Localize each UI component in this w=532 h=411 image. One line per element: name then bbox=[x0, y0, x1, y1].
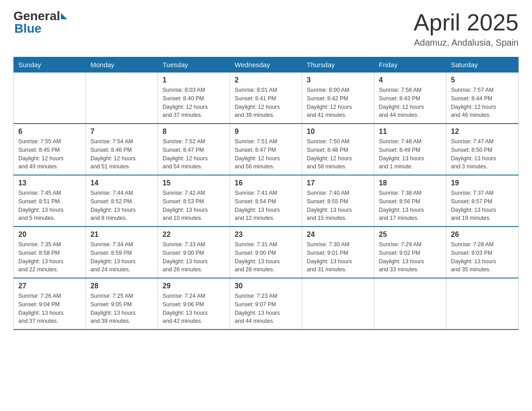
day-number: 26 bbox=[451, 231, 514, 239]
logo-blue-text: Blue bbox=[14, 21, 42, 36]
calendar-cell bbox=[86, 73, 158, 124]
calendar-table: SundayMondayTuesdayWednesdayThursdayFrid… bbox=[13, 57, 519, 330]
day-number: 18 bbox=[379, 179, 442, 187]
day-number: 2 bbox=[235, 76, 297, 84]
day-number: 20 bbox=[18, 231, 81, 239]
day-number: 6 bbox=[18, 128, 81, 136]
weekday-header-friday: Friday bbox=[374, 57, 446, 73]
logo: General Blue bbox=[13, 9, 67, 36]
day-info: Sunrise: 7:29 AMSunset: 9:02 PMDaylight:… bbox=[379, 240, 442, 274]
calendar-cell: 14Sunrise: 7:44 AMSunset: 8:52 PMDayligh… bbox=[86, 175, 158, 227]
day-info: Sunrise: 7:50 AMSunset: 8:48 PMDaylight:… bbox=[307, 137, 369, 171]
day-info: Sunrise: 8:03 AMSunset: 8:40 PMDaylight:… bbox=[163, 86, 225, 120]
day-info: Sunrise: 7:45 AMSunset: 8:51 PMDaylight:… bbox=[18, 189, 81, 223]
calendar-cell bbox=[14, 73, 86, 124]
calendar-cell: 4Sunrise: 7:58 AMSunset: 8:43 PMDaylight… bbox=[374, 73, 446, 124]
day-info: Sunrise: 7:26 AMSunset: 9:04 PMDaylight:… bbox=[18, 292, 81, 325]
weekday-header-monday: Monday bbox=[86, 57, 158, 73]
day-number: 11 bbox=[379, 128, 442, 136]
day-number: 27 bbox=[18, 282, 81, 290]
day-number: 1 bbox=[163, 76, 225, 84]
day-number: 25 bbox=[379, 231, 442, 239]
day-number: 19 bbox=[451, 179, 514, 187]
day-info: Sunrise: 7:35 AMSunset: 8:58 PMDaylight:… bbox=[18, 240, 81, 274]
day-info: Sunrise: 7:42 AMSunset: 8:53 PMDaylight:… bbox=[163, 189, 225, 223]
calendar-cell: 22Sunrise: 7:33 AMSunset: 9:00 PMDayligh… bbox=[158, 227, 230, 278]
weekday-header-sunday: Sunday bbox=[14, 57, 86, 73]
calendar-cell: 16Sunrise: 7:41 AMSunset: 8:54 PMDayligh… bbox=[230, 175, 302, 227]
calendar-cell: 6Sunrise: 7:55 AMSunset: 8:45 PMDaylight… bbox=[14, 124, 86, 175]
day-info: Sunrise: 7:55 AMSunset: 8:45 PMDaylight:… bbox=[18, 137, 81, 171]
day-info: Sunrise: 7:41 AMSunset: 8:54 PMDaylight:… bbox=[235, 189, 297, 223]
calendar-week-2: 6Sunrise: 7:55 AMSunset: 8:45 PMDaylight… bbox=[14, 124, 519, 175]
day-info: Sunrise: 7:28 AMSunset: 9:03 PMDaylight:… bbox=[451, 240, 514, 274]
day-info: Sunrise: 7:37 AMSunset: 8:57 PMDaylight:… bbox=[451, 189, 514, 223]
day-number: 29 bbox=[163, 282, 225, 290]
calendar-cell: 13Sunrise: 7:45 AMSunset: 8:51 PMDayligh… bbox=[14, 175, 86, 227]
calendar-cell: 2Sunrise: 8:01 AMSunset: 8:41 PMDaylight… bbox=[230, 73, 302, 124]
calendar-cell: 21Sunrise: 7:34 AMSunset: 8:59 PMDayligh… bbox=[86, 227, 158, 278]
day-number: 4 bbox=[379, 76, 442, 84]
day-number: 10 bbox=[307, 128, 369, 136]
calendar-cell: 5Sunrise: 7:57 AMSunset: 8:44 PMDaylight… bbox=[446, 73, 519, 124]
logo-arrow-icon bbox=[61, 13, 67, 19]
day-number: 16 bbox=[235, 179, 297, 187]
day-number: 12 bbox=[451, 128, 514, 136]
day-number: 7 bbox=[90, 128, 153, 136]
calendar-cell: 11Sunrise: 7:48 AMSunset: 8:49 PMDayligh… bbox=[374, 124, 446, 175]
calendar-cell bbox=[374, 278, 446, 330]
page-header: General Blue April 2025 Adamuz, Andalusi… bbox=[13, 9, 519, 48]
weekday-header-wednesday: Wednesday bbox=[230, 57, 302, 73]
day-info: Sunrise: 7:38 AMSunset: 8:56 PMDaylight:… bbox=[379, 189, 442, 223]
calendar-cell: 7Sunrise: 7:54 AMSunset: 8:46 PMDaylight… bbox=[86, 124, 158, 175]
calendar-cell: 20Sunrise: 7:35 AMSunset: 8:58 PMDayligh… bbox=[14, 227, 86, 278]
calendar-cell: 24Sunrise: 7:30 AMSunset: 9:01 PMDayligh… bbox=[302, 227, 374, 278]
day-number: 5 bbox=[451, 76, 514, 84]
calendar-cell: 18Sunrise: 7:38 AMSunset: 8:56 PMDayligh… bbox=[374, 175, 446, 227]
calendar-week-5: 27Sunrise: 7:26 AMSunset: 9:04 PMDayligh… bbox=[14, 278, 519, 330]
day-info: Sunrise: 8:00 AMSunset: 8:42 PMDaylight:… bbox=[307, 86, 369, 120]
calendar-cell: 1Sunrise: 8:03 AMSunset: 8:40 PMDaylight… bbox=[158, 73, 230, 124]
day-info: Sunrise: 7:40 AMSunset: 8:55 PMDaylight:… bbox=[307, 189, 369, 223]
calendar-week-3: 13Sunrise: 7:45 AMSunset: 8:51 PMDayligh… bbox=[14, 175, 519, 227]
calendar-week-4: 20Sunrise: 7:35 AMSunset: 8:58 PMDayligh… bbox=[14, 227, 519, 278]
calendar-cell: 25Sunrise: 7:29 AMSunset: 9:02 PMDayligh… bbox=[374, 227, 446, 278]
day-number: 13 bbox=[18, 179, 81, 187]
day-info: Sunrise: 7:23 AMSunset: 9:07 PMDaylight:… bbox=[235, 292, 297, 325]
day-number: 23 bbox=[235, 231, 297, 239]
weekday-header-row: SundayMondayTuesdayWednesdayThursdayFrid… bbox=[14, 57, 519, 73]
day-info: Sunrise: 7:58 AMSunset: 8:43 PMDaylight:… bbox=[379, 86, 442, 120]
calendar-cell bbox=[302, 278, 374, 330]
calendar-header: SundayMondayTuesdayWednesdayThursdayFrid… bbox=[14, 57, 519, 73]
calendar-cell: 9Sunrise: 7:51 AMSunset: 8:47 PMDaylight… bbox=[230, 124, 302, 175]
calendar-subtitle: Adamuz, Andalusia, Spain bbox=[414, 38, 519, 48]
day-number: 8 bbox=[163, 128, 225, 136]
day-info: Sunrise: 7:44 AMSunset: 8:52 PMDaylight:… bbox=[90, 189, 153, 223]
day-info: Sunrise: 7:25 AMSunset: 9:05 PMDaylight:… bbox=[90, 292, 153, 325]
day-number: 30 bbox=[235, 282, 297, 290]
weekday-header-tuesday: Tuesday bbox=[158, 57, 230, 73]
weekday-header-thursday: Thursday bbox=[302, 57, 374, 73]
day-info: Sunrise: 7:34 AMSunset: 8:59 PMDaylight:… bbox=[90, 240, 153, 274]
day-info: Sunrise: 7:31 AMSunset: 9:00 PMDaylight:… bbox=[235, 240, 297, 274]
day-info: Sunrise: 7:47 AMSunset: 8:50 PMDaylight:… bbox=[451, 137, 514, 171]
day-info: Sunrise: 7:57 AMSunset: 8:44 PMDaylight:… bbox=[451, 86, 514, 120]
day-number: 24 bbox=[307, 231, 369, 239]
day-number: 3 bbox=[307, 76, 369, 84]
day-number: 21 bbox=[90, 231, 153, 239]
calendar-cell: 26Sunrise: 7:28 AMSunset: 9:03 PMDayligh… bbox=[446, 227, 519, 278]
day-info: Sunrise: 8:01 AMSunset: 8:41 PMDaylight:… bbox=[235, 86, 297, 120]
calendar-title: April 2025 bbox=[414, 9, 519, 36]
day-number: 15 bbox=[163, 179, 225, 187]
day-info: Sunrise: 7:52 AMSunset: 8:47 PMDaylight:… bbox=[163, 137, 225, 171]
day-info: Sunrise: 7:54 AMSunset: 8:46 PMDaylight:… bbox=[90, 137, 153, 171]
calendar-cell: 29Sunrise: 7:24 AMSunset: 9:06 PMDayligh… bbox=[158, 278, 230, 330]
calendar-cell: 8Sunrise: 7:52 AMSunset: 8:47 PMDaylight… bbox=[158, 124, 230, 175]
day-number: 28 bbox=[90, 282, 153, 290]
calendar-cell: 27Sunrise: 7:26 AMSunset: 9:04 PMDayligh… bbox=[14, 278, 86, 330]
title-section: April 2025 Adamuz, Andalusia, Spain bbox=[414, 9, 519, 48]
day-info: Sunrise: 7:24 AMSunset: 9:06 PMDaylight:… bbox=[163, 292, 225, 325]
calendar-cell: 3Sunrise: 8:00 AMSunset: 8:42 PMDaylight… bbox=[302, 73, 374, 124]
calendar-cell: 23Sunrise: 7:31 AMSunset: 9:00 PMDayligh… bbox=[230, 227, 302, 278]
calendar-cell: 12Sunrise: 7:47 AMSunset: 8:50 PMDayligh… bbox=[446, 124, 519, 175]
